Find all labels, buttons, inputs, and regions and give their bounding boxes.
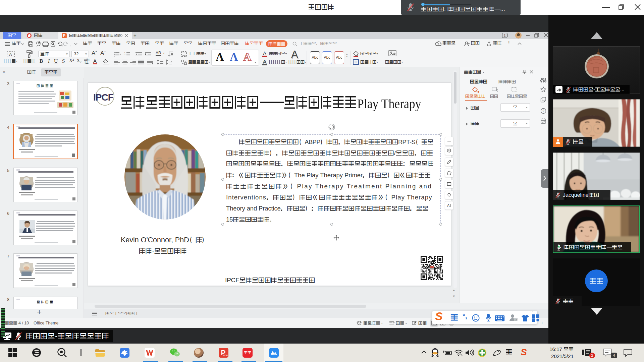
svg-text:A: A [447, 203, 450, 207]
svg-text:IPCF: IPCF [93, 92, 114, 103]
svg-text:12: 12 [515, 318, 517, 321]
svg-text:PDF: PDF [223, 354, 228, 357]
svg-text:?: ? [542, 109, 544, 113]
svg-text:2: 2 [124, 54, 125, 56]
svg-text:A: A [9, 52, 12, 57]
